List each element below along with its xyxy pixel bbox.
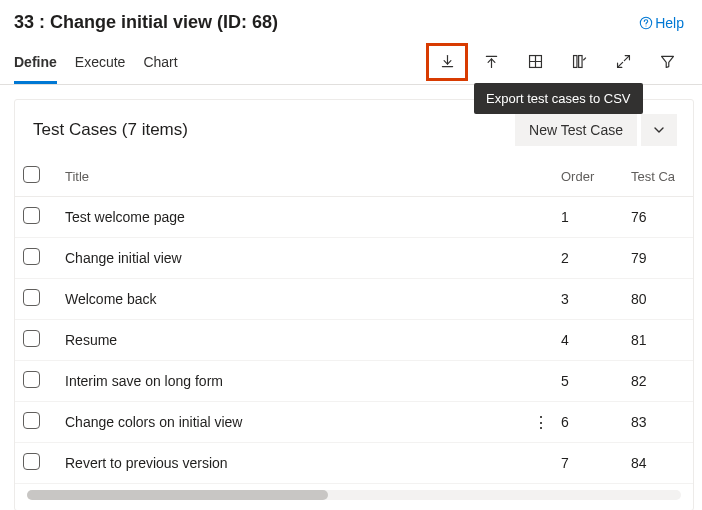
- export-tooltip: Export test cases to CSV: [474, 83, 643, 114]
- row-order: 1: [553, 197, 623, 238]
- row-checkbox[interactable]: [23, 289, 40, 306]
- help-label: Help: [655, 15, 684, 31]
- grid-icon: [527, 53, 544, 70]
- column-header-title[interactable]: Title: [57, 156, 525, 197]
- row-checkbox[interactable]: [23, 453, 40, 470]
- row-testcase-id: 80: [623, 279, 693, 320]
- export-csv-button[interactable]: [426, 43, 468, 81]
- table-row[interactable]: Interim save on long form582: [15, 361, 693, 402]
- fullscreen-button[interactable]: [602, 43, 644, 81]
- row-testcase-id: 83: [623, 402, 693, 443]
- new-test-case-button[interactable]: New Test Case: [515, 114, 637, 146]
- row-title: Change colors on initial view: [57, 402, 525, 443]
- grid-view-button[interactable]: [514, 43, 556, 81]
- row-checkbox[interactable]: [23, 412, 40, 429]
- row-checkbox[interactable]: [23, 330, 40, 347]
- table-row[interactable]: Resume481: [15, 320, 693, 361]
- test-cases-table: Title Order Test Ca Test welcome page176…: [15, 156, 693, 484]
- tab-define[interactable]: Define: [14, 39, 57, 84]
- scrollbar-thumb[interactable]: [27, 490, 328, 500]
- action-bar: Export test cases to CSV: [426, 43, 688, 81]
- svg-rect-3: [573, 56, 576, 68]
- horizontal-scrollbar[interactable]: [27, 490, 681, 500]
- row-testcase-id: 76: [623, 197, 693, 238]
- select-all-checkbox[interactable]: [23, 166, 40, 183]
- row-testcase-id: 81: [623, 320, 693, 361]
- row-actions-menu-icon[interactable]: ⋮: [533, 414, 548, 431]
- column-options-button[interactable]: [558, 43, 600, 81]
- upload-icon: [483, 53, 500, 70]
- column-header-order[interactable]: Order: [553, 156, 623, 197]
- row-order: 5: [553, 361, 623, 402]
- row-order: 4: [553, 320, 623, 361]
- download-icon: [439, 53, 456, 70]
- row-order: 2: [553, 238, 623, 279]
- row-order: 7: [553, 443, 623, 484]
- import-button[interactable]: [470, 43, 512, 81]
- row-testcase-id: 84: [623, 443, 693, 484]
- page-title: 33 : Change initial view (ID: 68): [14, 12, 278, 33]
- row-testcase-id: 79: [623, 238, 693, 279]
- row-title: Interim save on long form: [57, 361, 525, 402]
- row-title: Welcome back: [57, 279, 525, 320]
- row-testcase-id: 82: [623, 361, 693, 402]
- help-icon: [639, 16, 653, 30]
- test-cases-card: Test Cases (7 items) New Test Case Title…: [14, 99, 694, 510]
- tab-bar: Define Execute Chart: [14, 39, 178, 84]
- row-checkbox[interactable]: [23, 371, 40, 388]
- table-row[interactable]: Revert to previous version784: [15, 443, 693, 484]
- table-row[interactable]: Welcome back380: [15, 279, 693, 320]
- filter-button[interactable]: [646, 43, 688, 81]
- chevron-down-icon: [653, 124, 665, 136]
- svg-point-1: [646, 25, 647, 26]
- tab-execute[interactable]: Execute: [75, 39, 126, 84]
- row-title: Change initial view: [57, 238, 525, 279]
- tab-chart[interactable]: Chart: [143, 39, 177, 84]
- table-row[interactable]: Change initial view279: [15, 238, 693, 279]
- help-link[interactable]: Help: [639, 15, 684, 31]
- table-row[interactable]: Test welcome page176: [15, 197, 693, 238]
- svg-rect-4: [578, 56, 581, 68]
- row-title: Resume: [57, 320, 525, 361]
- new-test-case-menu-button[interactable]: [641, 114, 677, 146]
- row-title: Test welcome page: [57, 197, 525, 238]
- table-row[interactable]: Change colors on initial view⋮683: [15, 402, 693, 443]
- row-checkbox[interactable]: [23, 207, 40, 224]
- columns-edit-icon: [571, 53, 588, 70]
- row-order: 6: [553, 402, 623, 443]
- expand-icon: [615, 53, 632, 70]
- row-checkbox[interactable]: [23, 248, 40, 265]
- row-title: Revert to previous version: [57, 443, 525, 484]
- column-header-testcase-id[interactable]: Test Ca: [623, 156, 693, 197]
- row-order: 3: [553, 279, 623, 320]
- card-title: Test Cases (7 items): [33, 120, 188, 140]
- filter-icon: [659, 53, 676, 70]
